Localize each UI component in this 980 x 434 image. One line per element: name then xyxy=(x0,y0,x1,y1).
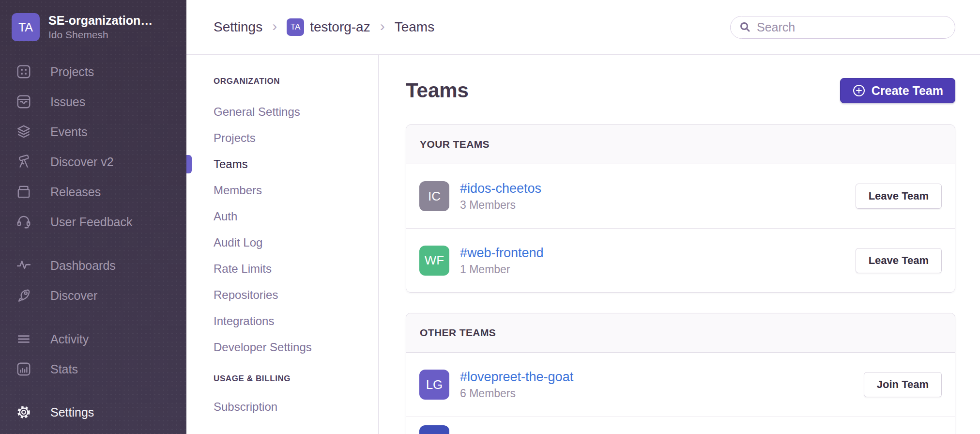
page-title: Teams xyxy=(406,77,469,104)
sidebar-item-settings[interactable]: Settings xyxy=(0,397,186,427)
chevron-right-icon: › xyxy=(378,18,387,36)
breadcrumb-current-page: Teams xyxy=(395,19,434,35)
team-link[interactable]: #web-frontend xyxy=(460,245,544,261)
team-link[interactable]: #idos-cheetos xyxy=(460,180,541,197)
panel-header: YOUR TEAMS xyxy=(406,125,955,164)
org-switcher[interactable]: TA SE-organization… Ido Shemesh xyxy=(0,0,186,41)
sidebar-item-label: Discover xyxy=(50,289,97,303)
team-member-count: 1 Member xyxy=(460,262,856,277)
team-avatar: WF xyxy=(419,246,449,276)
settings-nav-item-subscription[interactable]: Subscription xyxy=(214,392,378,421)
sidebar-item-label: Issues xyxy=(50,95,85,109)
other-teams-panel: OTHER TEAMS LG #lovepreet-the-goat 6 Mem… xyxy=(406,313,955,434)
sidebar-item-user-feedback[interactable]: User Feedback xyxy=(0,207,186,237)
settings-nav-item-general-settings[interactable]: General Settings xyxy=(214,99,378,125)
sidebar-item-stats[interactable]: Stats xyxy=(0,354,186,384)
user-feedback-headset-icon xyxy=(16,214,34,230)
pulse-line-icon xyxy=(16,258,34,273)
org-meta: SE-organization… Ido Shemesh xyxy=(48,13,153,41)
settings-nav-item-developer-settings[interactable]: Developer Settings xyxy=(214,334,378,360)
activity-lines-icon xyxy=(16,331,34,347)
team-row: WF #web-frontend 1 Member Leave Team xyxy=(406,228,955,292)
settings-nav-item-projects[interactable]: Projects xyxy=(214,125,378,151)
sidebar-item-label: Stats xyxy=(50,362,78,376)
plus-circle-icon xyxy=(852,84,866,97)
rocket-icon xyxy=(16,288,34,303)
leave-team-button[interactable]: Leave Team xyxy=(856,184,942,209)
team-avatar-initials: LG xyxy=(426,377,443,392)
sidebar-item-label: Projects xyxy=(50,65,94,79)
team-avatar: LG xyxy=(419,370,449,400)
breadcrumb-org-name: testorg-az xyxy=(310,19,370,35)
events-stack-icon xyxy=(16,124,34,140)
chevron-right-icon: › xyxy=(270,18,279,36)
search-box[interactable] xyxy=(730,16,955,39)
join-team-button[interactable]: Join Team xyxy=(864,372,942,397)
settings-nav-item-repositories[interactable]: Repositories xyxy=(214,282,378,308)
top-header: Settings › TA testorg-az › Teams xyxy=(186,0,980,55)
sidebar-item-label: Dashboards xyxy=(50,259,116,273)
team-member-count: 3 Members xyxy=(460,198,856,212)
team-row: LG #lovepreet-the-goat 6 Members Join Te… xyxy=(406,353,955,417)
settings-nav-item-audit-log[interactable]: Audit Log xyxy=(214,230,378,256)
sidebar-item-label: Activity xyxy=(50,332,89,346)
sidebar-item-releases[interactable]: Releases xyxy=(0,177,186,207)
create-team-label: Create Team xyxy=(872,84,943,98)
releases-archive-icon xyxy=(16,184,34,200)
team-member-count: 6 Members xyxy=(460,386,864,401)
sidebar-item-label: Releases xyxy=(50,185,101,199)
settings-nav: ORGANIZATION General Settings Projects T… xyxy=(186,55,379,434)
active-indicator xyxy=(186,155,192,173)
settings-nav-item-teams[interactable]: Teams xyxy=(214,151,378,177)
settings-nav-item-members[interactable]: Members xyxy=(214,177,378,203)
org-user-name: Ido Shemesh xyxy=(48,29,153,41)
sidebar-item-events[interactable]: Events xyxy=(0,117,186,147)
leave-team-button[interactable]: Leave Team xyxy=(856,248,942,273)
sidebar-item-dashboards[interactable]: Dashboards xyxy=(0,250,186,280)
sidebar-item-discover-v2[interactable]: Discover v2 xyxy=(0,147,186,177)
breadcrumb: Settings › TA testorg-az › Teams xyxy=(214,18,434,36)
app-window: TA SE-organization… Ido Shemesh xyxy=(0,0,980,434)
primary-sidebar: TA SE-organization… Ido Shemesh xyxy=(0,0,186,434)
search-icon xyxy=(739,21,751,33)
settings-nav-section-organization: ORGANIZATION xyxy=(214,77,378,86)
search-input[interactable] xyxy=(757,20,946,34)
sidebar-nav: Projects Issues xyxy=(0,57,186,427)
breadcrumb-org-link[interactable]: TA testorg-az xyxy=(287,18,370,36)
team-avatar-initials: IC xyxy=(428,189,441,204)
gear-icon xyxy=(16,404,34,420)
settings-nav-item-auth[interactable]: Auth xyxy=(214,203,378,230)
sidebar-item-label: Discover v2 xyxy=(50,155,114,169)
org-avatar-initials: TA xyxy=(18,20,33,34)
sidebar-item-issues[interactable]: Issues xyxy=(0,87,186,117)
create-team-button[interactable]: Create Team xyxy=(840,78,955,103)
settings-nav-section-usage-billing: USAGE & BILLING xyxy=(214,374,378,384)
team-row-partially-visible xyxy=(406,417,955,434)
settings-nav-item-rate-limits[interactable]: Rate Limits xyxy=(214,256,378,282)
settings-nav-item-integrations[interactable]: Integrations xyxy=(214,308,378,334)
sidebar-item-label: Events xyxy=(50,125,87,139)
sidebar-item-label: Settings xyxy=(50,405,94,419)
bar-chart-icon xyxy=(16,361,34,377)
panel-header: OTHER TEAMS xyxy=(406,313,955,353)
team-avatar xyxy=(419,425,449,434)
settings-nav-item-label: Teams xyxy=(214,157,248,171)
team-avatar: IC xyxy=(419,181,449,211)
main-content: Teams Create Team YOUR TEAMS IC xyxy=(379,55,980,434)
telescope-icon xyxy=(16,154,34,170)
sidebar-item-label: User Feedback xyxy=(50,215,133,229)
sidebar-item-discover[interactable]: Discover xyxy=(0,280,186,310)
sidebar-item-activity[interactable]: Activity xyxy=(0,324,186,354)
team-avatar-initials: WF xyxy=(425,253,444,268)
issues-inbox-icon xyxy=(16,94,34,109)
your-teams-panel: YOUR TEAMS IC #idos-cheetos 3 Members Le… xyxy=(406,124,955,293)
projects-grid-icon xyxy=(16,64,34,79)
org-name: SE-organization… xyxy=(48,13,153,28)
breadcrumb-settings-link[interactable]: Settings xyxy=(214,19,262,35)
org-avatar[interactable]: TA xyxy=(12,13,40,41)
team-row: IC #idos-cheetos 3 Members Leave Team xyxy=(406,164,955,228)
team-link[interactable]: #lovepreet-the-goat xyxy=(460,369,573,385)
org-badge: TA xyxy=(287,18,304,36)
sidebar-item-projects[interactable]: Projects xyxy=(0,57,186,87)
